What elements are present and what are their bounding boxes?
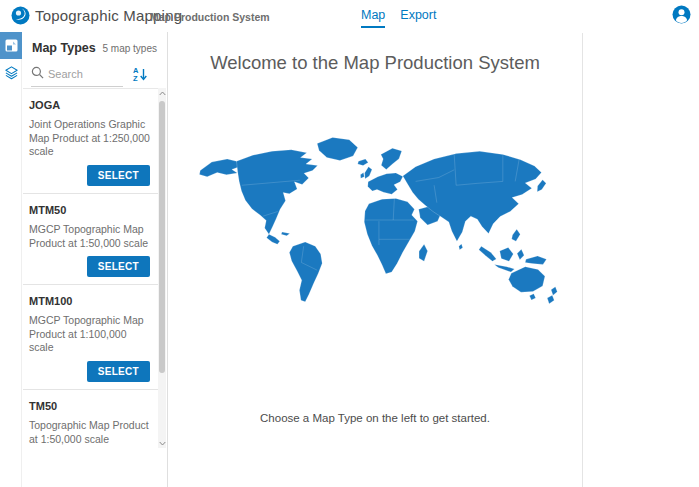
map-type-title: JOGA — [29, 96, 150, 113]
nav-tab-export[interactable]: Export — [400, 8, 436, 28]
list-item-tm50[interactable]: TM50 Topographic Map Product at 1:50,000… — [23, 390, 158, 448]
world-map-image — [184, 120, 570, 320]
scrollbar-thumb[interactable] — [159, 101, 165, 373]
user-avatar-icon[interactable] — [672, 5, 691, 24]
layers-icon[interactable] — [0, 59, 22, 86]
select-button[interactable]: SELECT — [87, 361, 150, 382]
map-type-list: JOGA Joint Operations Graphic Map Produc… — [23, 88, 158, 448]
list-item-mtm50[interactable]: MTM50 MGCP Topographic Map Product at 1:… — [23, 194, 158, 285]
tool-strip — [0, 32, 22, 487]
list-item-joga[interactable]: JOGA Joint Operations Graphic Map Produc… — [23, 89, 158, 194]
map-type-description: Joint Operations Graphic Map Product at … — [29, 118, 150, 159]
search-input[interactable] — [48, 68, 122, 80]
scroll-up-icon[interactable] — [158, 88, 166, 98]
app-window: Topographic Mapping Map Production Syste… — [0, 0, 699, 487]
instruction-text: Choose a Map Type on the left to get sta… — [168, 412, 582, 424]
app-subtitle: Map Production System — [150, 11, 270, 23]
svg-text:Z: Z — [133, 74, 138, 82]
list-scrollbar[interactable] — [158, 88, 166, 448]
main-content: Welcome to the Map Production System — [168, 32, 582, 487]
map-type-count: 5 map types — [103, 43, 157, 54]
welcome-heading: Welcome to the Map Production System — [168, 52, 582, 74]
nav-tab-map[interactable]: Map — [361, 8, 385, 28]
panel-title: Map Types — [32, 41, 96, 55]
map-type-description: Topographic Map Product at 1:50,000 scal… — [29, 419, 150, 446]
map-types-panel: Map Types 5 map types A Z — [23, 32, 167, 487]
map-types-tool-icon[interactable] — [0, 32, 22, 59]
map-type-title: TM50 — [29, 397, 150, 414]
search-icon — [31, 65, 44, 83]
map-type-description: MGCP Topographic Map Product at 1:50,000… — [29, 223, 150, 250]
map-type-title: MTM50 — [29, 201, 150, 218]
scroll-down-icon[interactable] — [158, 438, 166, 448]
map-type-title: MTM100 — [29, 292, 150, 309]
select-button[interactable]: SELECT — [87, 256, 150, 277]
app-logo-globe-icon — [11, 6, 30, 25]
list-item-mtm100[interactable]: MTM100 MGCP Topographic Map Product at 1… — [23, 285, 158, 390]
map-type-description: MGCP Topographic Map Product at 1:100,00… — [29, 314, 150, 355]
top-nav: Map Export — [361, 8, 436, 28]
select-button[interactable]: SELECT — [87, 165, 150, 186]
sort-az-icon[interactable]: A Z — [132, 66, 147, 86]
header: Topographic Mapping Map Production Syste… — [0, 0, 699, 32]
search-box — [31, 65, 123, 87]
sidebar: Map Types 5 map types A Z — [0, 32, 168, 487]
right-panel-divider — [582, 33, 583, 487]
